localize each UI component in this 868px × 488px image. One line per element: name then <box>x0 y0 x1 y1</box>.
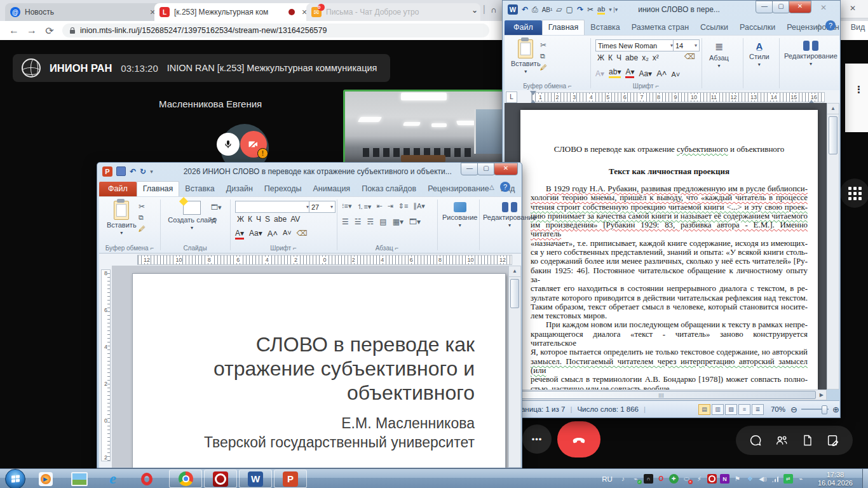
ppt-vscrollbar[interactable]: ▲ <box>508 266 521 468</box>
ppt-ribbon-tab[interactable]: Файл <box>99 182 137 196</box>
footnote-icon[interactable]: AB¹ <box>542 6 553 13</box>
print-preview-icon[interactable]: ⎙ <box>532 5 538 14</box>
ppt-app-icon[interactable]: P <box>102 166 112 177</box>
indent-increase-icon[interactable]: ⇥ <box>388 202 393 212</box>
secure-network-tray-icon[interactable]: ∩ <box>644 474 653 484</box>
shrink-font-icon[interactable]: A˅ <box>283 229 292 240</box>
font-format-button[interactable]: Ч <box>614 53 623 62</box>
more-options-button[interactable]: ••• <box>522 424 552 454</box>
ppt-paste-button[interactable]: Вставить▾ <box>107 201 137 236</box>
show-desktop-button[interactable] <box>862 469 868 488</box>
help-icon[interactable]: ? <box>825 20 836 30</box>
format-painter-icon[interactable]: 🖉 <box>139 225 146 233</box>
copy-icon[interactable]: ⧉ <box>540 52 545 60</box>
print-layout-view-icon[interactable]: ▤ <box>698 404 710 415</box>
text-direction-icon[interactable]: ∥A▾ <box>413 202 424 212</box>
font-size-select[interactable]: 14▾ <box>673 39 700 51</box>
font-format-button[interactable]: Ч <box>254 215 263 224</box>
cut-icon[interactable]: ✂ <box>139 202 145 211</box>
browser-tab-news[interactable]: @ Новость ✕ <box>5 3 163 21</box>
styles-button[interactable]: A̲ Стили▾ <box>749 41 770 67</box>
ppt-ribbon-tab[interactable]: Вставка <box>179 182 220 196</box>
new-document-icon[interactable]: ▢ <box>566 5 573 14</box>
font-format-button[interactable]: К <box>606 53 614 62</box>
taskbar-mts-link-button[interactable] <box>204 470 237 488</box>
room-video-tile[interactable] <box>343 90 507 165</box>
headphones-icon[interactable]: ∩ <box>491 5 496 15</box>
font-format-button[interactable]: AV <box>288 215 302 224</box>
ppt-close-button[interactable]: ✕ <box>494 163 518 175</box>
ppt-ribbon-tab[interactable]: Рецензирование <box>422 182 495 196</box>
drawing-button[interactable]: Рисование▾ <box>442 202 477 228</box>
smartart-icon[interactable]: 🗔▾ <box>409 217 421 226</box>
background-window-close-icon[interactable]: ✕ <box>850 4 856 13</box>
font-color-icon[interactable]: А▾ <box>235 229 244 240</box>
copy-icon[interactable]: ⧉ <box>139 214 144 222</box>
kebab-menu-icon[interactable]: ⋮ <box>854 85 864 93</box>
files-icon[interactable] <box>801 433 814 447</box>
outline-view-icon[interactable]: ≡ <box>738 404 750 415</box>
taskbar-opera-icon[interactable] <box>138 470 155 487</box>
scroll-up-icon[interactable]: ▲ <box>827 104 839 114</box>
scroll-right-icon[interactable]: ▶ <box>817 392 826 398</box>
font-format-button[interactable]: abe <box>272 215 288 224</box>
start-button[interactable] <box>5 469 25 488</box>
format-painter-icon[interactable]: 🖉 <box>540 64 547 71</box>
redo-icon[interactable]: ↻ <box>140 167 146 176</box>
editing-button[interactable]: Редактирование▾ <box>784 41 837 67</box>
word-close-button[interactable]: ✕ <box>789 1 811 13</box>
back-icon[interactable]: ← <box>5 25 23 36</box>
align-left-icon[interactable]: ☰ <box>342 217 349 226</box>
grid-view-button[interactable] <box>840 179 868 208</box>
web-view-icon[interactable]: ▧ <box>725 404 737 415</box>
word-maximize-button[interactable]: ▢ <box>772 1 790 13</box>
undo-icon[interactable]: ↶ <box>522 5 528 14</box>
ppt-minimize-button[interactable]: — <box>461 163 478 175</box>
font-format-button[interactable]: x² <box>651 53 661 62</box>
highlight-color-icon[interactable]: ab▾ <box>609 67 621 78</box>
taskbar-clock[interactable]: 17:38 16.04.2026 <box>818 471 853 487</box>
collapse-ribbon-icon[interactable]: △ <box>489 184 494 191</box>
forward-icon[interactable]: → <box>23 25 41 36</box>
zoom-slider-thumb[interactable] <box>822 405 827 414</box>
align-center-icon[interactable]: ☱ <box>355 217 362 226</box>
tab-selector[interactable]: L <box>506 92 517 103</box>
clear-format-icon[interactable]: ⌫ <box>684 52 695 61</box>
draft-view-icon[interactable]: ≣ <box>752 404 764 415</box>
font-format-button[interactable]: Ж <box>235 215 246 224</box>
ppt-ribbon-tab[interactable]: Переходы <box>259 182 308 196</box>
taskbar-ie-icon[interactable]: e <box>104 470 121 487</box>
taskbar-powerpoint-button[interactable]: P <box>274 470 307 488</box>
undo-icon[interactable]: ↶ <box>130 167 136 176</box>
change-case-icon[interactable]: Aa▾ <box>249 229 262 240</box>
new-slide-button[interactable]: Создать слайд▾ <box>168 201 216 231</box>
collapse-ribbon-icon[interactable]: △ <box>817 22 822 29</box>
grow-font-icon[interactable]: А˄ <box>656 69 667 78</box>
slide-author[interactable]: Е.М. Масленникова <box>203 415 475 432</box>
scroll-up-icon[interactable]: ▲ <box>509 266 520 277</box>
zoom-in-icon[interactable]: ⊕ <box>832 405 839 414</box>
align-right-icon[interactable]: ☴ <box>367 217 374 226</box>
font-format-button[interactable]: К <box>246 215 254 224</box>
word-ribbon-tab[interactable]: Разметка стран <box>626 20 695 35</box>
paragraph-button[interactable]: ≣ Абзац▾ <box>709 41 729 69</box>
ppt-font-size-select[interactable]: 27▾ <box>309 201 336 213</box>
action-center-flag-icon[interactable]: ⚑ <box>733 474 742 484</box>
font-format-button[interactable]: x₂ <box>640 53 651 62</box>
ppt-editing-button[interactable]: Редактирование▾ <box>483 202 536 228</box>
audio-settings-tray-icon[interactable]: ♪ <box>618 474 628 484</box>
language-indicator[interactable]: RU <box>602 475 613 483</box>
word-ribbon-tab[interactable]: Вставка <box>585 20 625 35</box>
grow-font-icon[interactable]: A˄ <box>268 229 278 240</box>
word-ribbon-tab[interactable]: Рассылки <box>734 20 781 35</box>
ppt-ribbon-tab[interactable]: Анимация <box>307 182 356 196</box>
font-name-select[interactable]: Times New Roman▾ <box>595 39 675 51</box>
notes-icon[interactable] <box>826 433 840 447</box>
clear-format-icon[interactable]: ⌫ <box>297 229 308 240</box>
word-page[interactable]: СЛОВО в переводе как отражение субъектив… <box>520 110 818 390</box>
taskbar-photos-icon[interactable] <box>71 470 88 487</box>
font-format-button[interactable]: Ж <box>595 53 606 62</box>
word-app-icon[interactable]: W <box>508 4 518 15</box>
chevron-down-icon[interactable]: ⌄ <box>471 6 478 15</box>
usb-device-tray-icon[interactable]: ⌁✓ <box>631 474 641 484</box>
